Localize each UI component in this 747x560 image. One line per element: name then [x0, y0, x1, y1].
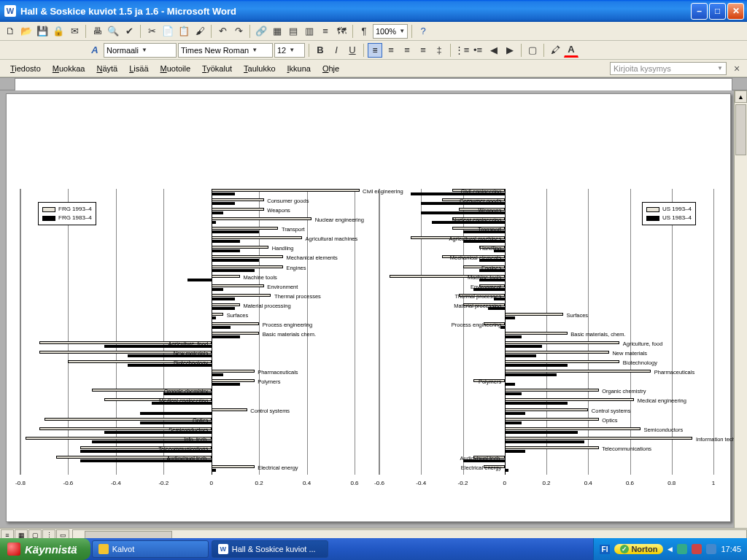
- tray-icon-3[interactable]: [706, 544, 716, 554]
- bar-label: Transport: [282, 226, 305, 233]
- bar-label: Environment: [471, 284, 501, 290]
- bar-row: Agricultural machines: [379, 236, 713, 244]
- cut-icon[interactable]: ✂: [144, 24, 159, 39]
- menu-muotoile[interactable]: Muotoile: [155, 62, 197, 75]
- bar-label: Environment: [267, 284, 298, 290]
- excel-icon[interactable]: ▤: [286, 24, 301, 39]
- bar-label: Weapons: [479, 207, 502, 214]
- columns-icon[interactable]: ▥: [302, 24, 317, 39]
- bar-label: Process engineering: [263, 322, 312, 328]
- line-spacing-icon[interactable]: ‡: [432, 43, 446, 58]
- show-para-icon[interactable]: ¶: [357, 24, 371, 39]
- bar-row: Engines: [20, 265, 355, 273]
- bar-label: Weapons: [267, 207, 290, 214]
- clock[interactable]: 17:45: [721, 545, 741, 553]
- xtick: -0.2: [158, 480, 169, 486]
- xtick: -0.6: [63, 480, 74, 486]
- bar-row: Audiovisual tech.: [20, 456, 355, 463]
- numbering-icon[interactable]: ⋮≡: [454, 43, 469, 58]
- paste-icon[interactable]: 📋: [177, 24, 191, 39]
- hyperlink-icon[interactable]: 🔗: [254, 24, 268, 39]
- size-combo[interactable]: 12▼: [274, 43, 305, 58]
- tray-icon-1[interactable]: [677, 544, 687, 554]
- mail-icon[interactable]: ✉: [67, 24, 82, 39]
- formatting-toolbar: A Normaali▼ Times New Roman▼ 12▼ B I U ≡…: [0, 41, 747, 60]
- menu-ikkuna[interactable]: Ikkuna: [282, 62, 317, 75]
- new-icon[interactable]: 🗋: [3, 24, 18, 39]
- menu-bar: TiedostoMuokkaaNäytäLisääMuotoileTyökalu…: [0, 60, 747, 77]
- bar-row: Information tech.: [379, 437, 713, 444]
- check-icon: ✓: [620, 545, 629, 553]
- bullets-icon[interactable]: •≡: [471, 43, 485, 58]
- system-tray: FI ✓ Norton ◀ 17:45: [593, 538, 747, 560]
- table-icon[interactable]: ▦: [270, 24, 285, 39]
- docmap-icon[interactable]: 🗺: [334, 24, 349, 39]
- font-color-icon[interactable]: A: [564, 43, 578, 58]
- minimize-button[interactable]: –: [691, 3, 708, 20]
- vertical-scrollbar[interactable]: ▲: [734, 90, 747, 528]
- drawing-icon[interactable]: ≡: [318, 24, 333, 39]
- bar-label: Medical engineering: [638, 397, 686, 404]
- bar-label: Control systems: [250, 408, 290, 414]
- outdent-icon[interactable]: ◀: [487, 43, 501, 58]
- bar-row: Control systems: [20, 408, 355, 416]
- style-combo[interactable]: Normaali▼: [104, 43, 177, 58]
- menu-lisää[interactable]: Lisää: [123, 62, 154, 75]
- close-button[interactable]: ✕: [727, 3, 744, 20]
- bar-row: Machine tools: [379, 275, 713, 282]
- preview-icon[interactable]: 🔍: [106, 24, 120, 39]
- save-icon[interactable]: 💾: [35, 24, 50, 39]
- align-left-icon[interactable]: ≡: [368, 43, 382, 58]
- tray-lang[interactable]: FI: [600, 545, 611, 554]
- align-center-icon[interactable]: ≡: [384, 43, 398, 58]
- border-icon[interactable]: ▢: [525, 43, 540, 58]
- ask-question-box[interactable]: Kirjoita kysymys▼: [610, 62, 727, 75]
- menu-tiedosto[interactable]: Tiedosto: [4, 62, 47, 75]
- align-right-icon[interactable]: ≡: [400, 43, 414, 58]
- styles-icon[interactable]: A: [88, 43, 102, 58]
- open-icon[interactable]: 📂: [19, 24, 34, 39]
- redo-icon[interactable]: ↷: [231, 24, 246, 39]
- document-area: -0.8-0.6-0.4-0.200.20.40.6Civil engineer…: [0, 90, 747, 528]
- help-icon[interactable]: ?: [416, 24, 430, 39]
- bar-row: Polymers: [379, 379, 713, 386]
- bar-row: Organic chemistry: [379, 389, 713, 396]
- copy-icon[interactable]: 📄: [160, 24, 175, 39]
- bar-row: Material processing: [20, 303, 355, 311]
- taskbar-item-word[interactable]: W Hall & Soskice kuviot ...: [212, 540, 328, 558]
- indent-icon[interactable]: ▶: [503, 43, 517, 58]
- close-document-button[interactable]: ×: [731, 63, 743, 74]
- taskbar-item-kalvot[interactable]: Kalvot: [92, 540, 209, 558]
- xtick: -0.8: [15, 480, 26, 486]
- menu-muokkaa[interactable]: Muokkaa: [47, 62, 91, 75]
- menu-ohje[interactable]: Ohje: [317, 62, 345, 75]
- highlight-icon[interactable]: 🖍: [548, 43, 562, 58]
- xtick: -0.4: [416, 480, 426, 486]
- spell-icon[interactable]: ✔: [122, 24, 136, 39]
- tray-icon-2[interactable]: [692, 544, 702, 554]
- start-button[interactable]: Käynnistä: [0, 538, 90, 560]
- scroll-up-icon[interactable]: ▲: [735, 90, 747, 103]
- bar-label: Basic materials, chem.: [570, 331, 625, 338]
- permission-icon[interactable]: 🔒: [51, 24, 66, 39]
- menu-taulukko[interactable]: Taulukko: [238, 62, 281, 75]
- bold-icon[interactable]: B: [313, 43, 328, 58]
- menu-työkalut[interactable]: Työkalut: [196, 62, 238, 75]
- maximize-button[interactable]: □: [709, 3, 726, 20]
- justify-icon[interactable]: ≡: [416, 43, 430, 58]
- print-icon[interactable]: 🖶: [90, 24, 104, 39]
- italic-icon[interactable]: I: [329, 43, 344, 58]
- scroll-thumb[interactable]: [735, 104, 746, 155]
- xtick: 0.4: [584, 480, 592, 486]
- underline-icon[interactable]: U: [345, 43, 360, 58]
- menu-näytä[interactable]: Näytä: [90, 62, 123, 75]
- ruler[interactable]: [0, 77, 747, 90]
- undo-icon[interactable]: ↶: [215, 24, 230, 39]
- zoom-combo[interactable]: 100%▼: [373, 24, 408, 39]
- font-combo[interactable]: Times New Roman▼: [178, 43, 273, 58]
- bar-row: Medical engineering: [379, 398, 713, 405]
- norton-button[interactable]: ✓ Norton: [614, 544, 663, 554]
- tray-expand-icon[interactable]: ◀: [667, 545, 673, 553]
- bar-row: Basic materials, chem.: [379, 332, 713, 339]
- format-painter-icon[interactable]: 🖌: [193, 24, 207, 39]
